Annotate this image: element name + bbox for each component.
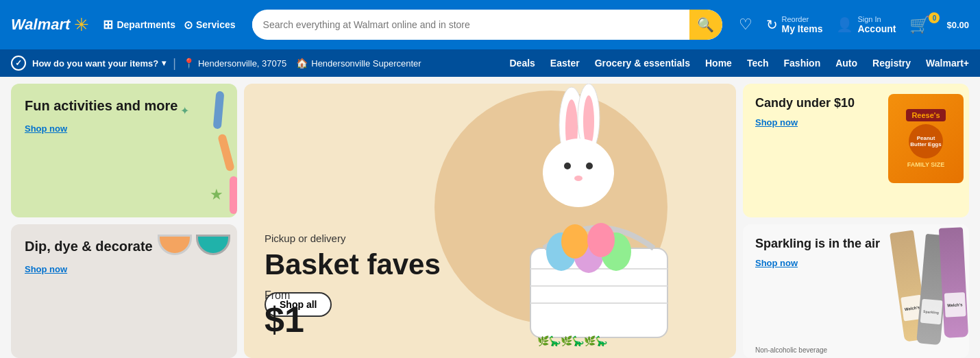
bowl-orange	[158, 235, 192, 255]
nav-link-home[interactable]: Home	[705, 58, 732, 69]
main-banner[interactable]: Pickup or delivery Basket faves Shop all	[244, 84, 736, 358]
store-icon: 🏠	[296, 58, 308, 69]
easter-basket-svg: 🌿🦕🌿🦕🌿🦕	[489, 84, 709, 358]
sign-in-label: Sign In	[857, 15, 896, 23]
sub-nav: ✓ How do you want your items? ▾ | 📍 Hend…	[0, 49, 980, 77]
logo-area[interactable]: Walmart ✳	[11, 14, 89, 36]
reorder-button[interactable]: ↻ Reorder My Items	[766, 15, 823, 34]
nav-link-deals[interactable]: Deals	[510, 58, 535, 69]
nav-link-auto[interactable]: Auto	[835, 58, 857, 69]
bowl-decoration	[158, 235, 230, 255]
search-button[interactable]: 🔍	[689, 10, 722, 40]
cart-button[interactable]: 🛒 0 $0.00	[909, 15, 969, 34]
svg-point-7	[574, 176, 583, 181]
nav-link-registry[interactable]: Registry	[872, 58, 911, 69]
svg-point-15	[561, 224, 589, 259]
sub-nav-left: ✓ How do you want your items? ▾ | 📍 Hend…	[11, 56, 421, 71]
chevron-down-icon: ▾	[162, 58, 166, 68]
main-header: Walmart ✳ ⊞ Departments ⊙ Services 🔍 ♡ ↻…	[0, 0, 980, 49]
delivery-button[interactable]: ✓ How do you want your items? ▾	[11, 56, 166, 71]
right-column: Candy under $10 Shop now Reese's Peanut …	[743, 84, 969, 358]
svg-point-5	[564, 163, 571, 169]
shop-now-link-2[interactable]: Shop now	[25, 264, 67, 274]
services-label: Services	[196, 19, 236, 30]
nav-divider: |	[173, 56, 176, 71]
main-content: Fun activities and more Shop now ★ ✦ Dip…	[0, 77, 980, 358]
chalk-pink	[230, 176, 237, 214]
wishlist-button[interactable]: ♡	[739, 16, 752, 34]
svg-text:🌿🦕🌿🦕🌿🦕: 🌿🦕🌿🦕🌿🦕	[537, 335, 608, 347]
star-decoration-2: ✦	[180, 104, 189, 117]
nav-link-easter[interactable]: Easter	[550, 58, 580, 69]
location-info[interactable]: 📍 Hendersonville, 37075	[183, 58, 286, 69]
chalk-orange	[217, 133, 235, 171]
location-city: Hendersonville, 37075	[198, 58, 286, 69]
sparkling-card[interactable]: Sparkling is in the air Shop now Welch's…	[743, 224, 969, 358]
account-label: Account	[857, 23, 896, 34]
grid-icon: ⊞	[103, 17, 113, 32]
bottle-purple: Welch's	[939, 227, 968, 338]
nav-link-walmart-plus[interactable]: Walmart+	[926, 58, 969, 69]
left-column: Fun activities and more Shop now ★ ✦ Dip…	[11, 84, 237, 358]
sparkling-bottles-image: Welch's Sparkling Welch's	[880, 224, 969, 358]
svg-point-6	[586, 163, 593, 169]
cart-badge: 0	[929, 12, 940, 23]
header-actions: ♡ ↻ Reorder My Items 👤 Sign In Account 🛒…	[739, 15, 969, 34]
reorder-label: Reorder	[782, 15, 823, 23]
sub-nav-links: Deals Easter Grocery & essentials Home T…	[510, 58, 970, 69]
nav-link-fashion[interactable]: Fashion	[784, 58, 821, 69]
reeses-label: Peanut Butter Eggs	[909, 124, 943, 158]
center-column: Pickup or delivery Basket faves Shop all	[244, 84, 736, 358]
departments-button[interactable]: ⊞ Departments	[103, 17, 175, 32]
search-icon: 🔍	[697, 16, 714, 33]
delivery-circle-icon: ✓	[11, 56, 26, 71]
nav-link-grocery[interactable]: Grocery & essentials	[595, 58, 690, 69]
store-info[interactable]: 🏠 Hendersonville Supercenter	[296, 58, 421, 69]
pin-icon: 📍	[183, 58, 195, 69]
candy-card[interactable]: Candy under $10 Shop now Reese's Peanut …	[743, 84, 969, 217]
bottle-label-3: Welch's	[944, 292, 966, 318]
reorder-icon: ↻	[766, 16, 778, 33]
delivery-label: How do you want your items?	[32, 58, 158, 69]
bottle-label-2: Sparkling	[920, 299, 942, 324]
reeses-image: Reese's Peanut Butter Eggs FAMILY SIZE	[888, 94, 964, 183]
svg-point-16	[587, 223, 615, 257]
reeses-box: Reese's Peanut Butter Eggs FAMILY SIZE	[888, 94, 964, 183]
logo-text: Walmart	[11, 16, 70, 34]
chalk-blue	[213, 91, 225, 130]
nav-link-tech[interactable]: Tech	[747, 58, 769, 69]
store-name: Hendersonville Supercenter	[311, 58, 421, 69]
services-button[interactable]: ⊙ Services	[184, 19, 236, 32]
banner-from: From $1	[265, 289, 304, 337]
account-button[interactable]: 👤 Sign In Account	[836, 15, 896, 34]
departments-label: Departments	[117, 19, 175, 30]
bowl-teal	[196, 235, 230, 255]
banner-illustration: 🌿🦕🌿🦕🌿🦕	[476, 84, 722, 358]
promo-card-dye[interactable]: Dip, dye & decorate Shop now	[11, 224, 237, 358]
candy-shop-link[interactable]: Shop now	[755, 117, 798, 128]
search-bar: 🔍	[252, 10, 722, 40]
shop-now-link-1[interactable]: Shop now	[25, 123, 67, 134]
banner-from-price: $1	[265, 302, 304, 337]
person-icon: 👤	[836, 16, 853, 33]
sparkling-shop-link[interactable]: Shop now	[755, 258, 798, 268]
services-icon: ⊙	[184, 19, 193, 32]
svg-point-4	[543, 139, 614, 207]
star-decoration-1: ★	[210, 186, 223, 204]
search-input[interactable]	[252, 19, 689, 30]
checkmark-icon: ✓	[15, 58, 22, 68]
non-alcoholic-label: Non-alcoholic beverage	[755, 346, 827, 354]
cart-icon: 🛒	[909, 15, 930, 34]
cart-price: $0.00	[946, 20, 969, 30]
heart-icon: ♡	[739, 16, 752, 34]
my-items-label: My Items	[782, 23, 823, 34]
promo-card-activities[interactable]: Fun activities and more Shop now ★ ✦	[11, 84, 237, 217]
spark-icon: ✳	[74, 14, 89, 36]
promo-title-1: Fun activities and more	[25, 97, 223, 114]
